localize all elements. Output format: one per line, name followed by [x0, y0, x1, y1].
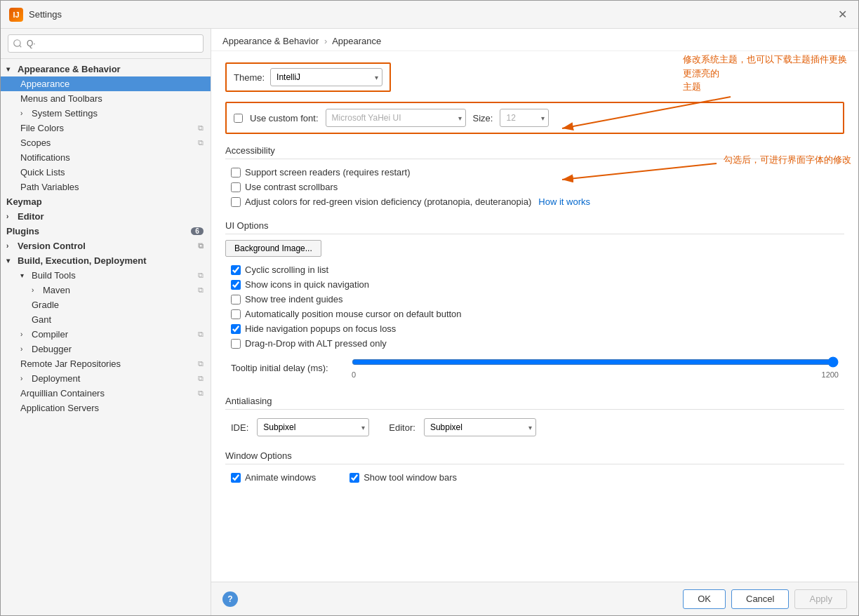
custom-font-section: Use custom font: Microsoft YaHei UI Size… — [225, 102, 844, 134]
sidebar-item-system-settings[interactable]: › System Settings — [1, 106, 211, 121]
sidebar-item-appearance-behavior[interactable]: ▾ Appearance & Behavior — [1, 62, 211, 76]
show-icons-checkbox[interactable] — [231, 280, 241, 290]
size-label: Size: — [473, 113, 493, 123]
window-options-title: Window Options — [225, 450, 844, 464]
sidebar-item-notifications[interactable]: Notifications — [1, 150, 211, 165]
antialiasing-title: Antialiasing — [225, 396, 844, 410]
size-select[interactable]: 12 — [500, 109, 549, 127]
tooltip-slider-row: Tooltip initial delay (ms): 0 1200 — [225, 351, 844, 384]
antialiasing-section: Antialiasing IDE: Subpixel Greyscale No … — [225, 396, 844, 439]
chevron-icon: ▾ — [6, 257, 15, 265]
sidebar-item-quick-lists[interactable]: Quick Lists — [1, 165, 211, 180]
checkbox-tree-indent: Show tree indent guides — [225, 292, 844, 307]
checkbox-hide-nav: Hide navigation popups on focus loss — [225, 321, 844, 336]
copy-icon: ⧉ — [198, 138, 204, 147]
sidebar-item-menus-toolbars[interactable]: Menus and Toolbars — [1, 91, 211, 106]
checkbox-screen-readers: Support screen readers (requires restart… — [225, 165, 844, 180]
sidebar-item-build-tools[interactable]: ▾ Build Tools ⧉ — [1, 268, 211, 283]
annotation-font: 勾选后，可进行界面字体的修改 — [724, 153, 851, 167]
sidebar-item-remote-jar-repos[interactable]: Remote Jar Repositories ⧉ — [1, 356, 211, 371]
copy-icon: ⧉ — [198, 271, 204, 280]
screen-readers-checkbox[interactable] — [231, 168, 241, 178]
editor-aa-select[interactable]: Subpixel Greyscale No antialiasing — [424, 418, 536, 436]
custom-font-checkbox[interactable] — [234, 114, 243, 123]
show-tool-bars-checkbox[interactable] — [349, 473, 359, 483]
editor-label: Editor: — [389, 422, 415, 433]
sidebar-item-keymap[interactable]: Keymap — [1, 194, 211, 209]
plugins-badge: 6 — [191, 227, 204, 235]
sidebar-item-gradle[interactable]: Gradle — [1, 297, 211, 312]
checkbox-cyclic-scrolling: Cyclic scrolling in list — [225, 262, 844, 277]
antialiasing-row: IDE: Subpixel Greyscale No antialiasing … — [225, 415, 844, 439]
ide-label: IDE: — [231, 422, 248, 433]
theme-select[interactable]: IntelliJ Darcula High Contrast — [270, 68, 382, 86]
ok-button[interactable]: OK — [683, 589, 726, 609]
color-deficiency-checkbox[interactable] — [231, 197, 241, 207]
how-it-works-link[interactable]: How it works — [538, 196, 590, 207]
sidebar-item-deployment[interactable]: › Deployment ⧉ — [1, 371, 211, 386]
cancel-button[interactable]: Cancel — [731, 589, 789, 609]
ide-aa-dropdown-wrapper: Subpixel Greyscale No antialiasing — [257, 418, 369, 436]
font-select[interactable]: Microsoft YaHei UI — [326, 109, 466, 127]
dnd-alt-checkbox[interactable] — [231, 339, 241, 349]
sidebar-item-file-colors[interactable]: File Colors ⧉ — [1, 121, 211, 135]
chevron-icon: › — [6, 242, 15, 250]
breadcrumb-separator: › — [324, 36, 327, 46]
animate-windows-checkbox[interactable] — [231, 473, 241, 483]
sidebar-item-appearance[interactable]: Appearance — [1, 76, 211, 91]
ui-options-title: UI Options — [225, 220, 844, 234]
hide-nav-checkbox[interactable] — [231, 324, 241, 334]
right-panel: Appearance & Behavior › Appearance 修改系统主… — [211, 29, 858, 615]
sidebar-item-maven[interactable]: › Maven ⧉ — [1, 283, 211, 297]
copy-icon: ⧉ — [198, 123, 204, 133]
copy-icon: ⧉ — [198, 359, 204, 368]
sidebar-tree: ▾ Appearance & Behavior Appearance Menus… — [1, 59, 211, 615]
sidebar-item-gant[interactable]: Gant — [1, 312, 211, 327]
close-button[interactable]: ✕ — [834, 7, 850, 22]
size-dropdown-wrapper: 12 — [500, 109, 549, 127]
custom-font-label: Use custom font: — [250, 113, 319, 123]
font-dropdown-wrapper: Microsoft YaHei UI — [326, 109, 466, 127]
cyclic-scrolling-checkbox[interactable] — [231, 265, 241, 275]
chevron-icon: ▾ — [20, 272, 29, 279]
checkbox-show-tool-bars: Show tool window bars — [344, 470, 457, 485]
main-content: ▾ Appearance & Behavior Appearance Menus… — [1, 29, 858, 615]
sidebar-item-plugins[interactable]: Plugins 6 — [1, 224, 211, 239]
copy-icon: ⧉ — [198, 241, 204, 250]
sidebar-item-arquillian-containers[interactable]: Arquillian Containers ⧉ — [1, 386, 211, 401]
tooltip-slider[interactable] — [352, 356, 839, 368]
tooltip-label: Tooltip initial delay (ms): — [231, 363, 343, 373]
theme-dropdown-wrapper: IntelliJ Darcula High Contrast — [270, 68, 382, 86]
theme-label: Theme: — [234, 72, 265, 83]
sidebar-item-build-execution-deployment[interactable]: ▾ Build, Execution, Deployment — [1, 253, 211, 268]
slider-values: 0 1200 — [352, 370, 839, 379]
help-button[interactable]: ? — [222, 591, 238, 607]
sidebar-item-scopes[interactable]: Scopes ⧉ — [1, 135, 211, 150]
search-input[interactable] — [8, 34, 204, 53]
sidebar-item-path-variables[interactable]: Path Variables — [1, 180, 211, 194]
tree-indent-checkbox[interactable] — [231, 295, 241, 304]
copy-icon: ⧉ — [198, 330, 204, 339]
window-options-section: Window Options Animate windows Show tool… — [225, 450, 844, 485]
chevron-icon: › — [6, 213, 15, 220]
copy-icon: ⧉ — [198, 286, 204, 295]
bg-image-button[interactable]: Background Image... — [225, 240, 321, 257]
copy-icon: ⧉ — [198, 389, 204, 398]
ide-aa-select[interactable]: Subpixel Greyscale No antialiasing — [257, 418, 369, 436]
sidebar: ▾ Appearance & Behavior Appearance Menus… — [1, 29, 211, 615]
checkbox-dnd-alt: Drag-n-Drop with ALT pressed only — [225, 336, 844, 351]
checkbox-contrast-scrollbars: Use contrast scrollbars — [225, 180, 844, 194]
sidebar-item-editor[interactable]: › Editor — [1, 209, 211, 224]
sidebar-item-compiler[interactable]: › Compiler ⧉ — [1, 327, 211, 342]
auto-position-checkbox[interactable] — [231, 309, 241, 319]
sidebar-item-version-control[interactable]: › Version Control ⧉ — [1, 239, 211, 253]
settings-content: 修改系统主题，也可以下载主题插件更换更漂亮的 主题 勾选后，可进行界面字体的修改 — [211, 51, 858, 582]
copy-icon: ⧉ — [198, 374, 204, 383]
editor-aa-dropdown-wrapper: Subpixel Greyscale No antialiasing — [424, 418, 536, 436]
ui-options-section: UI Options Background Image... Cyclic sc… — [225, 220, 844, 384]
sidebar-item-debugger[interactable]: › Debugger — [1, 342, 211, 356]
chevron-icon: › — [20, 330, 29, 338]
title-bar-left: IJ Settings — [9, 8, 62, 22]
contrast-scrollbars-checkbox[interactable] — [231, 182, 241, 192]
sidebar-item-application-servers[interactable]: Application Servers — [1, 401, 211, 415]
